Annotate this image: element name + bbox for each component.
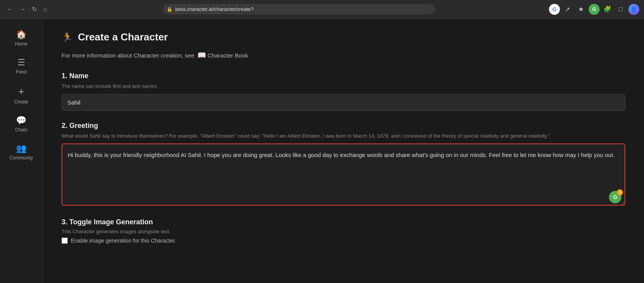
toggle-section-hint: This Character generates images alongsid… <box>62 229 625 234</box>
sidebar-item-feed[interactable]: ☰ Feed <box>2 53 40 79</box>
sidebar-item-home-label: Home <box>15 41 27 47</box>
app-layout: 🏠 Home ☰ Feed + Create 💬 Chats 👥 Communi… <box>0 19 644 283</box>
grammarly-badge[interactable]: G 3 <box>609 191 621 203</box>
greeting-textarea-wrapper: Hi buddy, this is your friendly neighbor… <box>62 143 625 207</box>
greeting-section-label: 2. Greeting <box>62 122 625 130</box>
greeting-textarea[interactable]: Hi buddy, this is your friendly neighbor… <box>62 143 625 206</box>
name-section-hint: The name can include first and last name… <box>62 82 625 90</box>
name-section: 1. Name The name can include first and l… <box>62 72 625 122</box>
bookmark-button[interactable]: ★ <box>575 4 586 15</box>
page-title: Create a Character <box>78 31 168 43</box>
share-button[interactable]: ➚ <box>562 4 573 15</box>
character-book-link[interactable]: 📖 Character Book <box>197 51 248 59</box>
extensions-button[interactable]: 🧩 <box>602 4 613 15</box>
toggle-section: 3. Toggle Image Generation This Characte… <box>62 218 625 244</box>
forward-button[interactable]: → <box>17 4 28 14</box>
browser-chrome: ← → ↻ ⌂ 🔒 G ➚ ★ G 🧩 □ 👤 <box>0 0 644 19</box>
profile-avatar[interactable]: 👤 <box>628 4 639 15</box>
split-view-button[interactable]: □ <box>615 4 626 15</box>
book-icon: 📖 <box>197 51 206 59</box>
nav-buttons: ← → ↻ ⌂ <box>5 4 49 14</box>
sidebar-item-chats[interactable]: 💬 Chats <box>2 111 40 137</box>
create-icon: + <box>18 86 24 98</box>
feed-icon: ☰ <box>18 58 25 68</box>
sidebar-item-create-label: Create <box>14 99 28 105</box>
grammarly-extension-icon[interactable]: G <box>589 4 600 15</box>
toggle-section-label: 3. Toggle Image Generation <box>62 218 625 226</box>
home-icon: 🏠 <box>16 30 26 40</box>
sidebar-item-create[interactable]: + Create <box>2 81 40 109</box>
greeting-section-hint: What would Sahil say to introduce themse… <box>62 132 625 140</box>
image-generation-checkbox[interactable] <box>62 238 68 244</box>
chats-icon: 💬 <box>16 115 26 126</box>
google-icon[interactable]: G <box>549 4 560 15</box>
home-button[interactable]: ⌂ <box>41 4 49 14</box>
address-bar[interactable] <box>163 4 435 14</box>
sidebar-item-home[interactable]: 🏠 Home <box>2 25 40 51</box>
browser-actions: G ➚ ★ G 🧩 □ 👤 <box>549 4 639 15</box>
sidebar: 🏠 Home ☰ Feed + Create 💬 Chats 👥 Communi… <box>0 19 43 283</box>
back-button[interactable]: ← <box>5 4 16 14</box>
checkbox-row: Enable image generation for this Charact… <box>62 238 625 244</box>
community-icon: 👥 <box>16 143 26 154</box>
name-section-label: 1. Name <box>62 72 625 80</box>
sidebar-item-feed-label: Feed <box>16 69 26 75</box>
grammarly-letter: G <box>613 194 618 200</box>
main-content: 🏃 Create a Character For more informatio… <box>43 19 644 283</box>
lock-icon: 🔒 <box>167 7 172 12</box>
page-title-row: 🏃 Create a Character <box>62 31 625 43</box>
character-book-label: Character Book <box>208 52 248 59</box>
sidebar-item-community-label: Community <box>9 155 33 161</box>
image-generation-label: Enable image generation for this Charact… <box>71 238 176 244</box>
name-input[interactable] <box>62 94 625 111</box>
character-icon: 🏃 <box>62 32 73 43</box>
subtitle-prefix: For more information about Character cre… <box>62 52 194 59</box>
sidebar-item-chats-label: Chats <box>15 127 27 133</box>
sidebar-item-community[interactable]: 👥 Community <box>2 139 40 165</box>
greeting-section: 2. Greeting What would Sahil say to intr… <box>62 122 625 208</box>
grammarly-badge-count: 3 <box>617 189 623 196</box>
address-bar-wrapper: 🔒 <box>163 4 435 14</box>
subtitle-row: For more information about Character cre… <box>62 51 625 59</box>
reload-button[interactable]: ↻ <box>30 4 39 14</box>
